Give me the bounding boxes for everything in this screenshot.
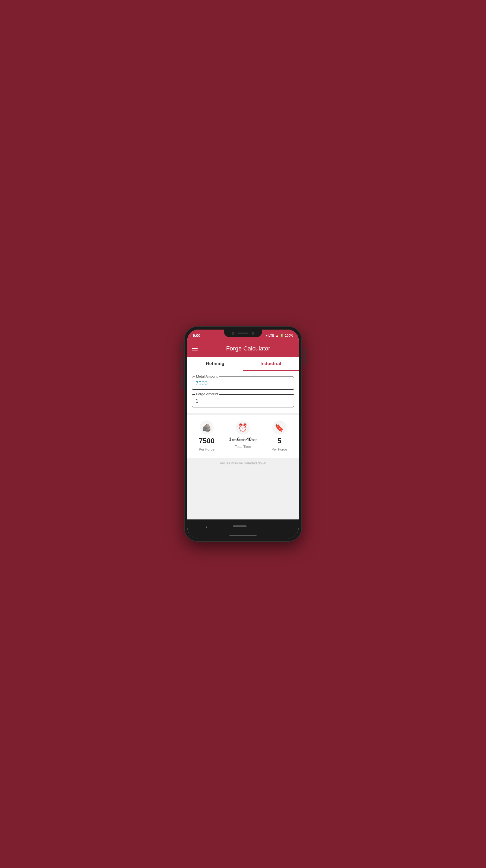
tabs: Refining Industrial — [187, 357, 299, 371]
home-button[interactable] — [233, 525, 247, 527]
forge-amount-input-wrapper[interactable]: Forge Amount 1 — [192, 394, 294, 407]
lte-label: LTE — [268, 334, 275, 337]
per-forge-value: 5 — [278, 437, 281, 445]
result-per-forge: 🔖 5 Per Forge — [271, 421, 287, 452]
bottom-bar — [229, 535, 257, 536]
front-camera — [232, 332, 234, 335]
main-card: Refining Industrial Metal Amount 7500 Fo… — [187, 357, 299, 413]
nav-bar: ‹ — [187, 520, 299, 533]
speaker — [237, 333, 249, 334]
time-hours: 1 — [229, 437, 232, 442]
wifi-icon: ▾ — [266, 334, 267, 337]
minutes-unit: min — [240, 438, 246, 442]
metal-amount-value[interactable]: 7500 — [196, 379, 290, 386]
total-time-label: Total Time — [235, 444, 251, 448]
tab-refining[interactable]: Refining — [187, 357, 243, 371]
front-sensor — [252, 332, 254, 335]
metal-icon: 🪨 — [200, 421, 214, 435]
app-title: Forge Calculator — [202, 345, 294, 352]
tag-icon: 🔖 — [272, 421, 286, 435]
content-area: Refining Industrial Metal Amount 7500 Fo… — [187, 357, 299, 520]
bottom-indicator — [187, 533, 299, 538]
hamburger-line-3 — [192, 350, 198, 350]
result-total-time: ⏰ 1hrs 6min 40sec Total Time — [229, 421, 257, 448]
metal-amount-input-wrapper[interactable]: Metal Amount 7500 — [192, 376, 294, 390]
clock-icon: ⏰ — [236, 421, 250, 435]
time-minutes: 6 — [237, 437, 240, 442]
hours-unit: hrs — [232, 438, 237, 442]
time-seconds: 40 — [246, 437, 252, 442]
signal-icon: ▲ — [275, 334, 279, 337]
status-icons: ▾ LTE ▲ 🔋 100% — [266, 334, 293, 337]
notch — [224, 330, 262, 337]
metal-per-forge-value: 7500 — [199, 437, 215, 445]
result-metal-per-forge: 🪨 7500 Per Forge — [199, 421, 215, 452]
forge-amount-label: Forge Amount — [195, 392, 219, 396]
battery-icon: 🔋 — [280, 334, 284, 337]
hamburger-line-2 — [192, 348, 198, 349]
hint-text: Values may be rounded down — [187, 458, 299, 468]
forge-amount-value[interactable]: 1 — [196, 397, 290, 404]
results-section: 🪨 7500 Per Forge ⏰ 1hrs 6min 40sec Total… — [187, 415, 299, 458]
metal-per-forge-label: Per Forge — [199, 447, 215, 452]
menu-button[interactable] — [192, 347, 198, 350]
seconds-unit: sec — [252, 438, 257, 442]
metal-amount-label: Metal Amount — [195, 374, 219, 378]
tab-industrial[interactable]: Industrial — [243, 357, 299, 371]
status-time: 9:00 — [193, 333, 200, 338]
input-section: Metal Amount 7500 Forge Amount 1 — [187, 371, 299, 413]
hamburger-line-1 — [192, 347, 198, 347]
time-value: 1hrs 6min 40sec — [229, 437, 257, 442]
back-button[interactable]: ‹ — [205, 524, 207, 529]
per-forge-label: Per Forge — [271, 447, 287, 452]
app-bar: Forge Calculator — [187, 340, 299, 357]
battery-label: 100% — [285, 334, 293, 337]
